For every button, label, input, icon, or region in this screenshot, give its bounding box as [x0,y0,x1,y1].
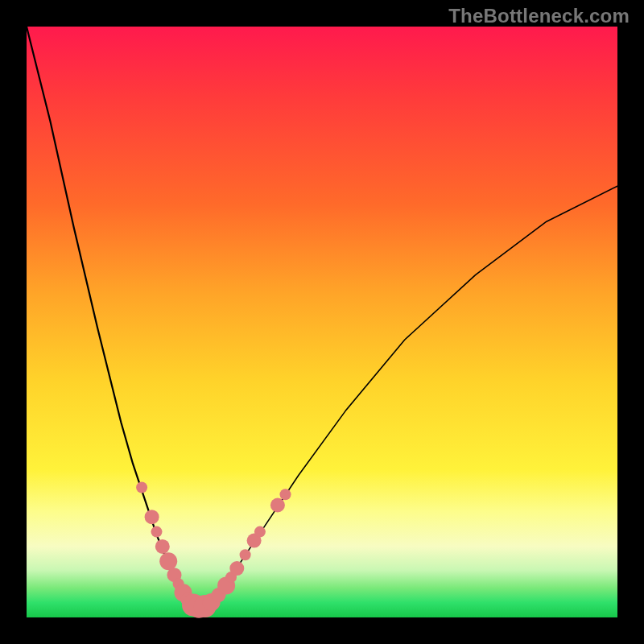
data-point [151,526,163,538]
data-point [159,552,177,570]
plot-area [27,27,617,617]
chart-frame: TheBottleneck.com [0,0,644,644]
watermark-text: TheBottleneck.com [448,5,630,27]
data-point [229,561,244,576]
data-point [136,482,147,493]
curve-left [27,27,204,607]
data-point [145,510,159,524]
data-point [254,526,266,538]
data-point [270,498,285,513]
curve-svg [27,27,617,617]
data-point [240,549,251,560]
marker-group [136,482,291,618]
data-point [280,489,291,500]
curve-right [198,186,617,607]
data-point [155,539,170,554]
